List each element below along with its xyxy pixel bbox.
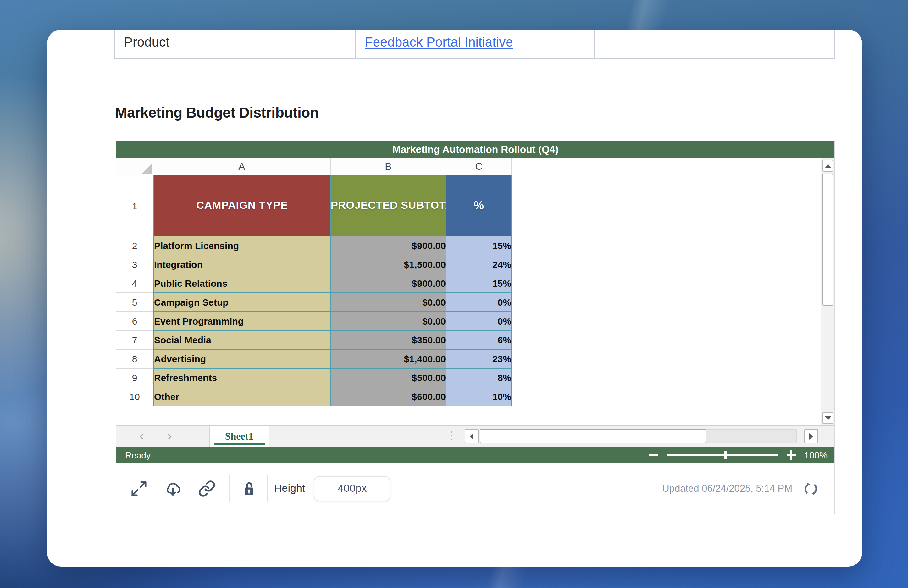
cell-campaign-type[interactable]: Other bbox=[153, 387, 331, 406]
zoom-in-icon[interactable] bbox=[787, 450, 796, 460]
row-header[interactable]: 9 bbox=[116, 369, 153, 387]
triangle-left-icon bbox=[470, 433, 473, 439]
toolbar-divider bbox=[267, 475, 268, 502]
column-header-c[interactable]: C bbox=[446, 158, 512, 176]
vertical-scrollbar-thumb[interactable] bbox=[823, 174, 833, 306]
cell-campaign-type-header[interactable]: CAMPAIGN TYPE bbox=[153, 176, 331, 237]
cell-campaign-type[interactable]: Social Media bbox=[153, 331, 331, 350]
row-header[interactable]: 8 bbox=[116, 350, 153, 369]
select-all-triangle-icon bbox=[142, 164, 151, 174]
zoom-level: 100% bbox=[804, 450, 828, 460]
column-header-row: A B C bbox=[116, 158, 512, 176]
scroll-up-button[interactable] bbox=[823, 160, 833, 172]
info-table-value-cell: Feedback Portal Initiative bbox=[355, 29, 594, 58]
cell-subtotal[interactable]: $600.00 bbox=[331, 387, 446, 406]
info-table-label-cell: Product bbox=[114, 29, 355, 58]
info-table: Product Feedback Portal Initiative bbox=[114, 29, 835, 59]
expand-icon[interactable] bbox=[130, 479, 148, 498]
cell-subtotal[interactable]: $500.00 bbox=[331, 369, 446, 387]
sheet-row: 5Campaign Setup$0.000% bbox=[116, 293, 512, 312]
row-header[interactable]: 7 bbox=[116, 331, 153, 350]
cell-campaign-type[interactable]: Platform Licensing bbox=[153, 237, 331, 255]
sheet-viewport: A B C 1 CAMPAIGN TYPE PROJECTED SUBTOTAL… bbox=[116, 158, 834, 425]
cell-campaign-type[interactable]: Refreshments bbox=[153, 369, 331, 387]
row-header[interactable]: 1 bbox=[116, 176, 153, 237]
cell-subtotal[interactable]: $900.00 bbox=[331, 237, 446, 255]
cell-subtotal[interactable]: $900.00 bbox=[331, 274, 446, 293]
splitter-dots-icon[interactable]: ⋮ bbox=[446, 430, 457, 442]
horizontal-scrollbar[interactable] bbox=[465, 429, 818, 443]
scroll-right-button[interactable] bbox=[804, 429, 818, 443]
zoom-out-icon[interactable] bbox=[649, 454, 658, 456]
cell-projected-subtotal-header[interactable]: PROJECTED SUBTOTAL bbox=[331, 176, 446, 237]
sheet-row: 4Public Relations$900.0015% bbox=[116, 274, 512, 293]
triangle-up-icon bbox=[825, 164, 831, 168]
desktop-wallpaper: Product Feedback Portal Initiative Marke… bbox=[0, 0, 908, 588]
select-all-corner[interactable] bbox=[116, 158, 153, 176]
row-header[interactable]: 6 bbox=[116, 312, 153, 331]
sheet-row: 7Social Media$350.006% bbox=[116, 331, 512, 350]
cell-percent-header[interactable]: % bbox=[446, 176, 512, 237]
document-page: Product Feedback Portal Initiative Marke… bbox=[47, 29, 862, 567]
cell-subtotal[interactable]: $350.00 bbox=[331, 331, 446, 350]
status-text: Ready bbox=[116, 450, 151, 460]
cell-percent[interactable]: 10% bbox=[446, 387, 512, 406]
cell-percent[interactable]: 23% bbox=[446, 350, 512, 369]
height-label: Height bbox=[274, 482, 305, 495]
cell-percent[interactable]: 8% bbox=[446, 369, 512, 387]
cell-subtotal[interactable]: $0.00 bbox=[331, 293, 446, 312]
feedback-portal-link[interactable]: Feedback Portal Initiative bbox=[365, 35, 513, 49]
cell-percent[interactable]: 0% bbox=[446, 293, 512, 312]
cell-campaign-type[interactable]: Event Programming bbox=[153, 312, 331, 331]
refresh-icon[interactable] bbox=[802, 480, 819, 497]
scroll-down-button[interactable] bbox=[823, 412, 833, 424]
row-header[interactable]: 3 bbox=[116, 255, 153, 274]
cell-percent[interactable]: 15% bbox=[446, 274, 512, 293]
cell-percent[interactable]: 15% bbox=[446, 237, 512, 255]
sheet-nav-right-icon[interactable]: › bbox=[167, 427, 172, 445]
sheet-grid: A B C 1 CAMPAIGN TYPE PROJECTED SUBTOTAL… bbox=[116, 158, 512, 406]
vertical-scrollbar[interactable] bbox=[821, 158, 834, 425]
height-input[interactable]: 400px bbox=[314, 476, 391, 501]
cell-campaign-type[interactable]: Public Relations bbox=[153, 274, 331, 293]
sheet-row: 6Event Programming$0.000% bbox=[116, 312, 512, 331]
cell-percent[interactable]: 0% bbox=[446, 312, 512, 331]
column-header-a[interactable]: A bbox=[153, 158, 331, 176]
sheet-row: 9Refreshments$500.008% bbox=[116, 369, 512, 387]
cell-campaign-type[interactable]: Advertising bbox=[153, 350, 331, 369]
sheet-header-row: 1 CAMPAIGN TYPE PROJECTED SUBTOTAL % bbox=[116, 176, 512, 237]
zoom-controls: 100% bbox=[649, 450, 834, 460]
cell-subtotal[interactable]: $1,400.00 bbox=[331, 350, 446, 369]
cell-subtotal[interactable]: $0.00 bbox=[331, 312, 446, 331]
horizontal-scrollbar-thumb[interactable] bbox=[480, 429, 706, 443]
cell-percent[interactable]: 6% bbox=[446, 331, 512, 350]
row-header[interactable]: 2 bbox=[116, 237, 153, 255]
cell-campaign-type[interactable]: Integration bbox=[153, 255, 331, 274]
sheet-nav-left-icon[interactable]: ‹ bbox=[140, 427, 144, 445]
horizontal-scrollbar-track[interactable] bbox=[706, 429, 797, 443]
cell-percent[interactable]: 24% bbox=[446, 255, 512, 274]
product-label: Product bbox=[124, 35, 169, 49]
cell-subtotal[interactable]: $1,500.00 bbox=[331, 255, 446, 274]
row-header[interactable]: 10 bbox=[116, 387, 153, 406]
triangle-down-icon bbox=[825, 416, 831, 420]
sheet-tab[interactable]: Sheet1 bbox=[209, 426, 269, 446]
spreadsheet-embed: Marketing Automation Rollout (Q4) A B C … bbox=[116, 141, 835, 514]
sheet-data-rows: 2Platform Licensing$900.0015%3Integratio… bbox=[116, 237, 512, 406]
sheet-row: 8Advertising$1,400.0023% bbox=[116, 350, 512, 369]
spreadsheet-title-bar: Marketing Automation Rollout (Q4) bbox=[116, 141, 834, 158]
zoom-slider[interactable] bbox=[667, 454, 778, 456]
embed-toolbar: Height 400px Updated 06/24/2025, 5:14 PM bbox=[116, 464, 834, 514]
row-header[interactable]: 5 bbox=[116, 293, 153, 312]
unlock-icon[interactable] bbox=[240, 479, 258, 498]
scroll-left-button[interactable] bbox=[465, 429, 478, 443]
page-title: Marketing Budget Distribution bbox=[115, 105, 319, 121]
column-header-b[interactable]: B bbox=[331, 158, 446, 176]
link-icon[interactable] bbox=[198, 479, 216, 498]
cloud-download-icon[interactable] bbox=[164, 479, 182, 498]
updated-timestamp: Updated 06/24/2025, 5:14 PM bbox=[662, 483, 792, 494]
toolbar-divider bbox=[229, 475, 230, 502]
cell-campaign-type[interactable]: Campaign Setup bbox=[153, 293, 331, 312]
row-header[interactable]: 4 bbox=[116, 274, 153, 293]
zoom-slider-thumb[interactable] bbox=[725, 451, 727, 459]
